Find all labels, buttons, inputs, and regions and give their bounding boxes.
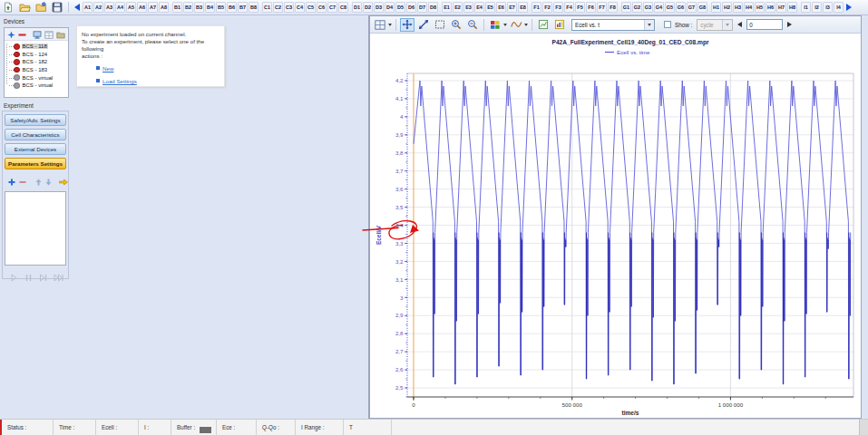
graph-properties-icon[interactable]: [552, 18, 567, 32]
channel-button-c5[interactable]: C5: [306, 2, 316, 13]
device-tree-item[interactable]: BCS - virtual: [7, 73, 68, 82]
channel-button-h1[interactable]: H1: [711, 2, 721, 13]
channel-button-d5[interactable]: D5: [395, 2, 405, 13]
channel-button-a3[interactable]: A3: [104, 2, 114, 13]
add-device-icon[interactable]: [7, 26, 15, 43]
combo-arrow[interactable]: [644, 20, 654, 30]
graph-colors-caret-icon[interactable]: [503, 24, 507, 26]
remove-device-icon[interactable]: [18, 26, 26, 43]
channel-button-b8[interactable]: B8: [249, 2, 258, 13]
channel-button-h7[interactable]: H7: [776, 2, 786, 13]
channel-button-b1[interactable]: B1: [172, 2, 182, 13]
go-to-step-icon[interactable]: [59, 173, 68, 189]
safety-adv-settings-button[interactable]: Safety/Adv. Settings: [5, 114, 66, 126]
channel-button-d6[interactable]: D6: [406, 2, 416, 13]
pan-tool-icon[interactable]: [400, 18, 414, 32]
channel-button-f3[interactable]: F3: [553, 2, 563, 13]
move-step-up-icon[interactable]: [35, 173, 42, 189]
channel-button-c8[interactable]: C8: [338, 2, 348, 13]
channel-button-b5[interactable]: B5: [216, 2, 226, 13]
zoom-in-icon[interactable]: [449, 18, 463, 32]
channel-button-a4[interactable]: A4: [115, 2, 125, 13]
combo-arrow[interactable]: [722, 20, 732, 30]
new-settings-icon[interactable]: [1, 1, 15, 14]
channel-scroll-right-icon[interactable]: [846, 4, 852, 11]
channel-button-a7[interactable]: A7: [148, 2, 158, 13]
channel-button-e2[interactable]: E2: [453, 2, 463, 13]
graph-colors-icon[interactable]: [488, 18, 502, 32]
channel-button-b7[interactable]: B7: [238, 2, 248, 13]
channel-button-c7[interactable]: C7: [327, 2, 337, 13]
channel-button-c3[interactable]: C3: [284, 2, 294, 13]
channel-button-a1[interactable]: A1: [83, 2, 93, 13]
manual-scale-icon[interactable]: [416, 18, 431, 32]
channel-button-f1[interactable]: F1: [532, 2, 541, 13]
curve-style-caret-icon[interactable]: [524, 24, 528, 26]
copy-graph-icon[interactable]: [536, 18, 551, 32]
channel-button-a5[interactable]: A5: [126, 2, 136, 13]
channel-button-c6[interactable]: C6: [317, 2, 327, 13]
channel-button-h6[interactable]: H6: [766, 2, 775, 13]
channel-button-f2[interactable]: F2: [542, 2, 552, 13]
channel-button-d4[interactable]: D4: [385, 2, 395, 13]
cycle-prev-icon[interactable]: [737, 22, 742, 27]
channel-button-a6[interactable]: A6: [137, 2, 147, 13]
device-tree-item[interactable]: BCS - 182: [7, 58, 68, 66]
channel-button-i2[interactable]: I2: [812, 2, 822, 13]
zoom-box-icon[interactable]: [433, 18, 447, 32]
pause-icon[interactable]: [24, 269, 33, 285]
channel-button-c4[interactable]: C4: [295, 2, 305, 13]
channel-button-b6[interactable]: B6: [227, 2, 237, 13]
channel-button-g8[interactable]: G8: [697, 2, 707, 13]
step-next-icon[interactable]: [39, 269, 47, 285]
parameters-settings-button[interactable]: Parameters Settings: [5, 158, 66, 169]
channel-button-h5[interactable]: H5: [755, 2, 765, 13]
show-checkbox[interactable]: [664, 21, 671, 28]
channel-button-i4[interactable]: I4: [834, 2, 844, 13]
device-tree-item[interactable]: BCS - virtual: [7, 82, 68, 90]
cycle-next-icon[interactable]: [787, 22, 792, 27]
channel-scroll-left-icon[interactable]: [74, 4, 80, 11]
channel-button-i3[interactable]: I3: [823, 2, 833, 13]
channel-button-d1[interactable]: D1: [352, 2, 362, 13]
cycle-combobox[interactable]: cycle: [697, 19, 733, 31]
channel-button-g5[interactable]: G5: [665, 2, 675, 13]
channel-button-g6[interactable]: G6: [676, 2, 686, 13]
channel-button-h3[interactable]: H3: [733, 2, 743, 13]
channel-button-g7[interactable]: G7: [687, 2, 697, 13]
graph-layout-caret-icon[interactable]: [388, 24, 392, 26]
device-monitor-icon[interactable]: [33, 26, 42, 43]
channel-button-i1[interactable]: I1: [801, 2, 811, 13]
channel-button-f4[interactable]: F4: [564, 2, 574, 13]
move-step-down-icon[interactable]: [45, 173, 52, 189]
channel-button-c1[interactable]: C1: [262, 2, 272, 13]
channel-button-d8[interactable]: D8: [428, 2, 438, 13]
device-tree-item[interactable]: BCS - 118: [7, 43, 68, 51]
step-last-icon[interactable]: [54, 269, 63, 285]
cycle-spinner-field[interactable]: 0: [746, 19, 783, 30]
zoom-out-icon[interactable]: [465, 18, 480, 32]
save-icon[interactable]: [50, 1, 64, 14]
device-tree-item[interactable]: BCS - 124: [7, 51, 68, 59]
channel-button-b2[interactable]: B2: [183, 2, 193, 13]
remove-step-icon[interactable]: [19, 173, 26, 189]
add-step-icon[interactable]: [8, 173, 15, 189]
table-view-icon[interactable]: [44, 26, 54, 43]
channel-button-h4[interactable]: H4: [744, 2, 754, 13]
channel-button-e7[interactable]: E7: [507, 2, 517, 13]
channel-button-d3[interactable]: D3: [374, 2, 384, 13]
device-tree-item[interactable]: BCS - 183: [7, 66, 68, 74]
channel-button-e1[interactable]: E1: [442, 2, 452, 13]
channel-button-f5[interactable]: F5: [575, 2, 585, 13]
channel-button-e3[interactable]: E3: [463, 2, 473, 13]
channel-button-d2[interactable]: D2: [363, 2, 373, 13]
channel-button-e4[interactable]: E4: [474, 2, 484, 13]
channel-button-g4[interactable]: G4: [654, 2, 664, 13]
curve-style-icon[interactable]: [509, 18, 523, 32]
channel-button-d7[interactable]: D7: [417, 2, 427, 13]
channel-button-e6[interactable]: E6: [496, 2, 506, 13]
ecell-vs-time-chart[interactable]: 4,24,143,93,83,73,63,53,43,33,23,132,92,…: [370, 34, 861, 418]
external-devices-button[interactable]: External Devices: [5, 143, 66, 155]
load-settings-link[interactable]: Load Settings: [102, 77, 137, 85]
channel-button-b3[interactable]: B3: [194, 2, 204, 13]
